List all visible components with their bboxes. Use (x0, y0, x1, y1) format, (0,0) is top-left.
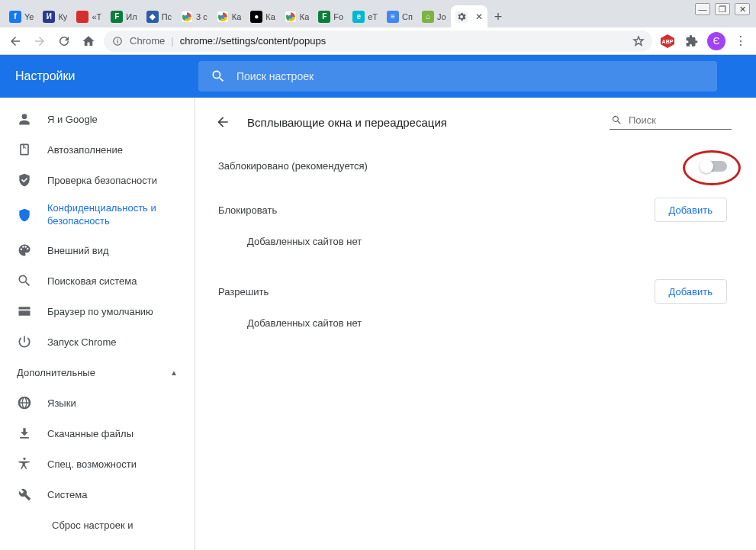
tab-item[interactable]: «Т (72, 5, 106, 27)
browser-toolbar: Chrome | chrome://settings/content/popup… (0, 27, 756, 55)
settings-search[interactable] (198, 61, 717, 92)
toggle-knob (700, 159, 713, 173)
svg-point-3 (220, 14, 224, 18)
tab-label: Jo (437, 12, 446, 21)
shield-check-icon (17, 172, 32, 188)
settings-main: Всплывающие окна и переадресация Заблоки… (195, 98, 756, 550)
forward-button[interactable] (31, 32, 49, 50)
tab-favicon: И (43, 11, 55, 23)
tab-item[interactable]: ⌂Jo (417, 5, 451, 27)
search-icon (211, 69, 226, 84)
tab-favicon (181, 11, 193, 23)
tab-item[interactable]: FИл (106, 5, 141, 27)
omnibox-separator: | (171, 35, 173, 47)
tab-label: 3 с (196, 12, 207, 21)
bookmark-star-icon[interactable] (632, 35, 645, 47)
autofill-icon (17, 142, 32, 157)
extensions-icon[interactable] (683, 32, 701, 50)
tab-item[interactable]: fYe (5, 5, 38, 27)
sidebar-item[interactable]: Система (0, 479, 195, 510)
sidebar-item[interactable]: Скачанные файлы (0, 418, 195, 449)
sidebar-item-label: Языки (47, 397, 76, 409)
tab-item[interactable]: ◆Пс (142, 5, 176, 27)
tab-label: Ка (265, 12, 275, 21)
svg-point-1 (185, 14, 188, 18)
sidebar-item-label: Я и Google (47, 114, 98, 125)
download-icon (17, 426, 32, 441)
tab-label: «Т (92, 12, 101, 21)
sidebar-advanced-toggle[interactable]: Дополнительные ▲ (0, 357, 195, 388)
sidebar-item-label: Браузер по умолчанию (47, 306, 153, 317)
sidebar-item[interactable]: Спец. возможности (0, 449, 195, 479)
close-icon[interactable]: ✕ (475, 11, 483, 22)
tab-label: Ил (126, 12, 137, 21)
back-button[interactable] (6, 32, 24, 50)
sidebar-item[interactable]: Запуск Chrome (0, 326, 195, 357)
add-button[interactable]: Добавить (655, 279, 727, 304)
settings-search-input[interactable] (236, 70, 705, 82)
new-tab-button[interactable]: + (487, 6, 509, 27)
settings-header: Настройки (0, 55, 756, 98)
sidebar-item[interactable]: Языки (0, 388, 195, 418)
page-title: Всплывающие окна и переадресация (247, 116, 594, 129)
tab-item[interactable]: Ка (280, 5, 314, 27)
settings-sidebar: Я и GoogleАвтозаполнениеПроверка безопас… (0, 98, 195, 550)
sidebar-item-label: Скачанные файлы (47, 428, 134, 439)
extension-abp-icon[interactable]: ABP (658, 32, 677, 50)
accessibility-icon (17, 456, 32, 471)
tab-active-settings[interactable]: ✕ (451, 5, 487, 27)
tab-favicon: ≡ (387, 11, 399, 23)
window-minimize[interactable]: — (695, 3, 710, 15)
sidebar-item[interactable]: Внешний вид (0, 235, 195, 265)
tab-label: Ку (58, 12, 67, 21)
sidebar-item[interactable]: Проверка безопасности (0, 165, 195, 195)
back-arrow-icon[interactable] (214, 113, 232, 131)
tab-label: Ка (300, 12, 310, 21)
section-header: РазрешитьДобавить (214, 267, 732, 304)
sidebar-item[interactable]: Поисковая система (0, 265, 195, 296)
tab-strip: fYeИКу «ТFИл◆Пс3 сКа●КаКаFFoeeT≡Сп⌂Jo ✕ … (0, 0, 756, 27)
shield-icon (17, 207, 32, 223)
tab-item[interactable]: ●Ка (246, 5, 280, 27)
tab-favicon: F (318, 11, 330, 23)
site-info-icon[interactable] (111, 35, 124, 47)
tab-favicon: ◆ (146, 11, 159, 23)
tab-label: Fo (333, 12, 343, 21)
sidebar-item-label: Внешний вид (47, 245, 109, 256)
reload-button[interactable] (55, 32, 73, 50)
tab-favicon: ⌂ (422, 11, 434, 23)
page-local-search[interactable] (610, 114, 732, 130)
home-button[interactable] (79, 32, 98, 50)
tab-item[interactable]: 3 с (176, 5, 212, 27)
profile-avatar[interactable]: Є (707, 32, 725, 50)
sidebar-item-label: Запуск Chrome (47, 336, 117, 348)
sidebar-item[interactable]: Конфиденциальность и безопасность (0, 195, 195, 235)
tab-label: Ye (24, 12, 34, 21)
window-maximize[interactable]: ❐ (715, 3, 730, 15)
window-close[interactable]: ✕ (735, 3, 750, 15)
section-title: Блокировать (218, 204, 277, 216)
address-bar[interactable]: Chrome | chrome://settings/content/popup… (104, 31, 652, 52)
page-local-search-input[interactable] (629, 114, 756, 126)
sidebar-item-label: Конфиденциальность и безопасность (47, 202, 178, 228)
tab-item[interactable]: FFo (314, 5, 348, 27)
svg-point-5 (288, 14, 292, 18)
blocked-toggle[interactable] (701, 161, 727, 172)
tab-item[interactable]: ИКу (38, 5, 72, 27)
section-header: БлокироватьДобавить (214, 185, 732, 222)
sidebar-item[interactable]: Я и Google (0, 104, 195, 134)
omnibox-url: chrome://settings/content/popups (180, 35, 626, 47)
add-button[interactable]: Добавить (655, 198, 727, 222)
palette-icon (17, 243, 32, 258)
sidebar-item[interactable]: Браузер по умолчанию (0, 296, 195, 326)
sidebar-item-reset[interactable]: Сброс настроек и (0, 510, 195, 540)
person-icon (17, 111, 32, 127)
tab-item[interactable]: ≡Сп (382, 5, 417, 27)
tab-favicon (285, 11, 297, 23)
sidebar-item[interactable]: Автозаполнение (0, 134, 195, 165)
tab-favicon: F (111, 11, 123, 23)
tab-item[interactable]: Ка (212, 5, 246, 27)
search-icon (17, 273, 32, 288)
tab-item[interactable]: eeT (348, 5, 382, 27)
chrome-menu-icon[interactable]: ⋮ (732, 34, 750, 48)
